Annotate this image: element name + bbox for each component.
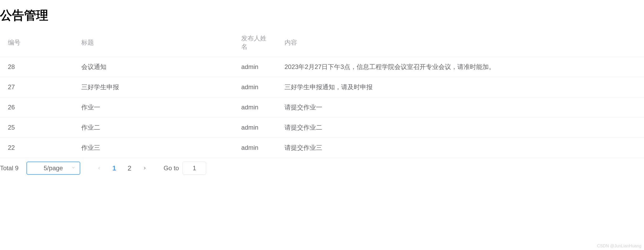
pager-prev-button[interactable] [93, 162, 105, 174]
chevron-left-icon [97, 166, 101, 170]
column-header-content: 内容 [277, 28, 644, 57]
cell-title: 会议通知 [73, 57, 233, 77]
cell-publisher: admin [233, 118, 277, 138]
cell-content: 2023年2月27日下午3点，信息工程学院会议室召开专业会议，请准时能加。 [277, 57, 644, 77]
goto-label: Go to [164, 164, 179, 172]
pagination: Total 9 5/page 12 Go to [0, 158, 644, 178]
cell-content: 请提交作业二 [277, 118, 644, 138]
goto-input[interactable] [183, 162, 206, 175]
cell-id: 25 [0, 118, 73, 138]
column-header-publisher: 发布人姓名 [233, 28, 277, 57]
pager-next-button[interactable] [139, 162, 151, 174]
table-row[interactable]: 25作业二admin请提交作业二 [0, 118, 644, 138]
table-header-row: 编号 标题 发布人姓名 内容 [0, 28, 644, 57]
column-header-title: 标题 [73, 28, 233, 57]
cell-id: 28 [0, 57, 73, 77]
table-row[interactable]: 22作业三admin请提交作业三 [0, 138, 644, 158]
pager-page-2[interactable]: 2 [124, 162, 135, 174]
column-header-id: 编号 [0, 28, 73, 57]
chevron-right-icon [143, 166, 147, 170]
cell-publisher: admin [233, 77, 277, 97]
cell-content: 请提交作业一 [277, 97, 644, 118]
cell-content: 请提交作业三 [277, 138, 644, 158]
cell-title: 作业三 [73, 138, 233, 158]
cell-id: 27 [0, 77, 73, 97]
cell-publisher: admin [233, 97, 277, 118]
page-title: 公告管理 [0, 0, 644, 28]
cell-title: 三好学生申报 [73, 77, 233, 97]
cell-title: 作业一 [73, 97, 233, 118]
pager: 12 [93, 162, 151, 174]
table-row[interactable]: 27三好学生申报admin三好学生申报通知，请及时申报 [0, 77, 644, 97]
pager-page-1[interactable]: 1 [109, 162, 120, 174]
cell-content: 三好学生申报通知，请及时申报 [277, 77, 644, 97]
announcement-table: 编号 标题 发布人姓名 内容 28会议通知admin2023年2月27日下午3点… [0, 28, 644, 158]
page-size-label: 5/page [44, 164, 63, 172]
table-row[interactable]: 28会议通知admin2023年2月27日下午3点，信息工程学院会议室召开专业会… [0, 57, 644, 77]
page-size-select[interactable]: 5/page [26, 162, 80, 175]
cell-id: 22 [0, 138, 73, 158]
table-row[interactable]: 26作业一admin请提交作业一 [0, 97, 644, 118]
cell-id: 26 [0, 97, 73, 118]
chevron-down-icon [71, 166, 76, 171]
goto-wrapper: Go to [164, 162, 206, 175]
cell-publisher: admin [233, 138, 277, 158]
cell-publisher: admin [233, 57, 277, 77]
cell-title: 作业二 [73, 118, 233, 138]
pagination-total: Total 9 [0, 164, 19, 172]
